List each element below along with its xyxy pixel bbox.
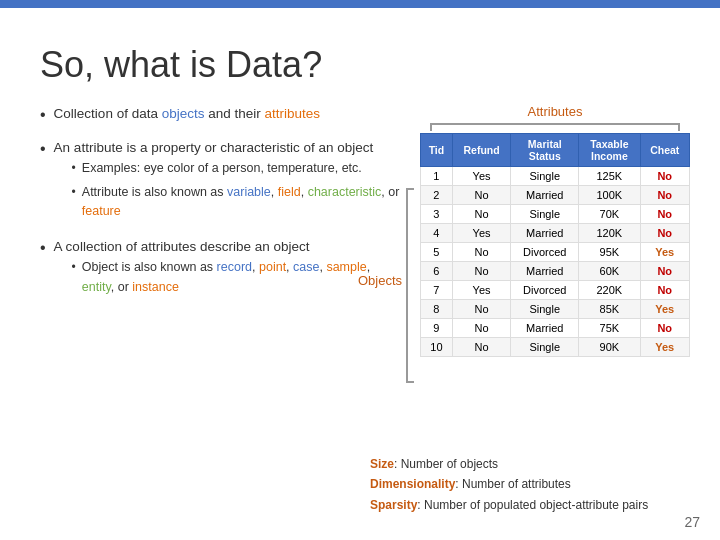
objects-word: objects bbox=[162, 106, 205, 121]
table-cell: No bbox=[640, 262, 690, 281]
sparsity-line: Sparsity: Number of populated object-att… bbox=[370, 495, 648, 515]
table-cell: 4 bbox=[421, 224, 453, 243]
table-cell: No bbox=[640, 167, 690, 186]
bullet-3-content: A collection of attributes describe an o… bbox=[54, 237, 400, 301]
table-cell: 125K bbox=[579, 167, 640, 186]
bullet-3-text: A collection of attributes describe an o… bbox=[54, 239, 310, 254]
bullet-dot-3: • bbox=[40, 237, 46, 259]
sub-dot: • bbox=[72, 159, 76, 177]
sparsity-label: Sparsity bbox=[370, 498, 417, 512]
dimensionality-line: Dimensionality: Number of attributes bbox=[370, 474, 648, 494]
table-row: 8NoSingle85KYes bbox=[421, 300, 690, 319]
sub-dot-3: • bbox=[72, 258, 76, 276]
table-row: 7YesDivorced220KNo bbox=[421, 281, 690, 300]
table-cell: 120K bbox=[579, 224, 640, 243]
bullet-2-text: An attribute is a property or characteri… bbox=[54, 140, 374, 155]
bullet-2: • An attribute is a property or characte… bbox=[40, 138, 400, 225]
table-cell: 3 bbox=[421, 205, 453, 224]
table-cell: 1 bbox=[421, 167, 453, 186]
attributes-word: attributes bbox=[265, 106, 321, 121]
slide-title: So, what is Data? bbox=[40, 44, 690, 86]
dimensionality-label: Dimensionality bbox=[370, 477, 455, 491]
table-cell: 10 bbox=[421, 338, 453, 357]
sub-bullet-2-1-text: Examples: eye color of a person, tempera… bbox=[82, 159, 362, 178]
bottom-info: Size: Number of objects Dimensionality: … bbox=[370, 454, 648, 515]
table-row: 2NoMarried100KNo bbox=[421, 186, 690, 205]
table-cell: 9 bbox=[421, 319, 453, 338]
content-area: • Collection of data objects and their a… bbox=[40, 104, 690, 357]
th-taxable: TaxableIncome bbox=[579, 134, 640, 167]
sub-bullet-3-1: • Object is also known as record, point,… bbox=[72, 258, 400, 297]
left-content: • Collection of data objects and their a… bbox=[40, 104, 400, 357]
sub-bullet-2-2-text: Attribute is also known as variable, fie… bbox=[82, 183, 400, 222]
sub-bullet-2-1: • Examples: eye color of a person, tempe… bbox=[72, 159, 400, 178]
size-label: Size bbox=[370, 457, 394, 471]
size-line: Size: Number of objects bbox=[370, 454, 648, 474]
bullet-2-content: An attribute is a property or characteri… bbox=[54, 138, 400, 225]
dimensionality-text: : Number of attributes bbox=[455, 477, 570, 491]
table-cell: Married bbox=[511, 186, 579, 205]
table-cell: 100K bbox=[579, 186, 640, 205]
table-cell: Yes bbox=[452, 167, 511, 186]
table-cell: 2 bbox=[421, 186, 453, 205]
th-refund: Refund bbox=[452, 134, 511, 167]
table-cell: No bbox=[452, 186, 511, 205]
table-cell: 90K bbox=[579, 338, 640, 357]
bullet-1: • Collection of data objects and their a… bbox=[40, 104, 400, 126]
table-cell: Married bbox=[511, 319, 579, 338]
table-cell: No bbox=[640, 205, 690, 224]
sparsity-text: : Number of populated object-attribute p… bbox=[417, 498, 648, 512]
table-cell: Divorced bbox=[511, 281, 579, 300]
table-row: 3NoSingle70KNo bbox=[421, 205, 690, 224]
table-cell: No bbox=[640, 319, 690, 338]
th-marital: MaritalStatus bbox=[511, 134, 579, 167]
table-cell: 70K bbox=[579, 205, 640, 224]
table-cell: No bbox=[640, 224, 690, 243]
attributes-label: Attributes bbox=[420, 104, 690, 119]
table-cell: No bbox=[452, 338, 511, 357]
right-content: Attributes Objects Tid Refund MaritalSta… bbox=[420, 104, 690, 357]
bullet-dot-2: • bbox=[40, 138, 46, 160]
table-cell: 220K bbox=[579, 281, 640, 300]
table-cell: Divorced bbox=[511, 243, 579, 262]
table-cell: No bbox=[452, 243, 511, 262]
table-cell: Single bbox=[511, 300, 579, 319]
table-cell: 85K bbox=[579, 300, 640, 319]
table-cell: 75K bbox=[579, 319, 640, 338]
table-row: 5NoDivorced95KYes bbox=[421, 243, 690, 262]
table-cell: No bbox=[640, 186, 690, 205]
table-cell: No bbox=[452, 262, 511, 281]
table-cell: No bbox=[452, 205, 511, 224]
bullet-3: • A collection of attributes describe an… bbox=[40, 237, 400, 301]
slide-number: 27 bbox=[684, 514, 700, 530]
table-cell: Single bbox=[511, 338, 579, 357]
table-cell: Married bbox=[511, 224, 579, 243]
sub-bullet-3-1-text: Object is also known as record, point, c… bbox=[82, 258, 400, 297]
table-header-row: Tid Refund MaritalStatus TaxableIncome C… bbox=[421, 134, 690, 167]
bullet-dot: • bbox=[40, 104, 46, 126]
th-cheat: Cheat bbox=[640, 134, 690, 167]
bracket-line bbox=[430, 123, 680, 131]
table-row: 4YesMarried120KNo bbox=[421, 224, 690, 243]
table-cell: Single bbox=[511, 167, 579, 186]
table-row: 10NoSingle90KYes bbox=[421, 338, 690, 357]
table-cell: No bbox=[452, 319, 511, 338]
data-table: Tid Refund MaritalStatus TaxableIncome C… bbox=[420, 133, 690, 357]
table-cell: Yes bbox=[640, 300, 690, 319]
bullet-1-text: Collection of data objects and their att… bbox=[54, 104, 320, 125]
table-cell: Single bbox=[511, 205, 579, 224]
table-cell: 8 bbox=[421, 300, 453, 319]
table-row: 1YesSingle125KNo bbox=[421, 167, 690, 186]
size-text: : Number of objects bbox=[394, 457, 498, 471]
table-cell: No bbox=[640, 281, 690, 300]
slide: So, what is Data? • Collection of data o… bbox=[0, 0, 720, 540]
table-cell: 6 bbox=[421, 262, 453, 281]
table-cell: 5 bbox=[421, 243, 453, 262]
sub-bullet-2-2: • Attribute is also known as variable, f… bbox=[72, 183, 400, 222]
table-cell: 95K bbox=[579, 243, 640, 262]
objects-label: Objects bbox=[358, 273, 402, 288]
table-cell: 7 bbox=[421, 281, 453, 300]
table-row: 6NoMarried60KNo bbox=[421, 262, 690, 281]
table-cell: No bbox=[452, 300, 511, 319]
table-cell: 60K bbox=[579, 262, 640, 281]
